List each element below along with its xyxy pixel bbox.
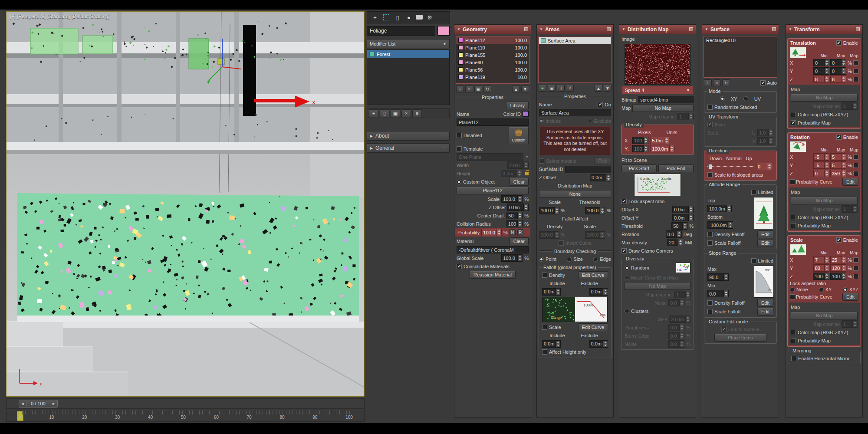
template-checkbox[interactable] <box>457 146 462 151</box>
exclude-radio[interactable] <box>588 118 592 123</box>
scale-color-map-checkbox[interactable] <box>791 330 796 335</box>
item-color-swatch[interactable] <box>458 45 463 50</box>
lock-none-radio[interactable] <box>790 287 795 292</box>
area-on-checkbox[interactable] <box>598 102 603 107</box>
boundary-size-radio[interactable] <box>567 257 572 262</box>
clusters-radio[interactable] <box>625 309 629 313</box>
rotation-probability-map-checkbox[interactable] <box>791 223 796 228</box>
altitude-scale-falloff-checkbox[interactable] <box>707 240 713 246</box>
geometry-item-row[interactable]: Plane60100.0 <box>456 59 529 66</box>
disabled-checkbox[interactable] <box>457 133 462 138</box>
move-up-icon[interactable] <box>595 85 602 92</box>
scale-x-min-spinner[interactable]: 7 <box>813 256 829 263</box>
delete-item-icon[interactable] <box>465 85 473 92</box>
map-button[interactable]: No Map <box>632 104 694 112</box>
panel-menu-icon[interactable] <box>856 27 860 31</box>
noise-spinner[interactable]: 0.0 <box>668 299 684 306</box>
fit-sloped-checkbox[interactable] <box>707 172 713 178</box>
surface-panel-header[interactable]: Surface <box>702 25 779 34</box>
distribution-map-panel-header[interactable]: Distribution Map <box>619 25 696 34</box>
lock-xyz-radio[interactable] <box>843 287 848 292</box>
modifier-stack-item-forest[interactable]: Forest <box>367 50 449 58</box>
remove-modifier-icon[interactable] <box>401 109 411 117</box>
center-displ-spinner[interactable]: 50 <box>506 212 523 219</box>
scale-y-min-spinner[interactable]: 80 <box>813 264 829 272</box>
consolidate-materials-checkbox[interactable] <box>457 264 462 269</box>
link-to-surface-checkbox[interactable] <box>721 327 727 332</box>
rotation-y-min-spinner[interactable]: -5 <box>813 161 829 169</box>
select-models-checkbox[interactable] <box>539 158 544 164</box>
boundary-edge-radio[interactable] <box>593 257 598 262</box>
scale-y-max-spinner[interactable]: 120 <box>830 264 846 272</box>
custom-geometry-button[interactable]: Custom <box>509 127 529 144</box>
reassign-material-button[interactable]: Reassign Material <box>470 271 516 279</box>
fg-density-edit-curve-button[interactable]: Edit Curve <box>578 271 608 279</box>
pick-end-button[interactable]: Pick End <box>658 164 694 172</box>
surface-item-row[interactable]: Rectangle010 <box>704 36 777 44</box>
rotation-color-map-checkbox[interactable] <box>791 215 796 220</box>
pin-stack-icon[interactable] <box>369 109 378 117</box>
refresh-surface-icon[interactable] <box>722 79 730 86</box>
viewport-label[interactable]: [+] [Perspective] [Standard] [Default Sh… <box>10 14 110 19</box>
area-name-field[interactable]: Surface Area <box>539 109 611 116</box>
geometry-item-list[interactable]: Plane112100.0 Plane110100.0 Plane155100.… <box>456 36 529 84</box>
plane-mode-dropdown[interactable]: One Plane <box>457 153 523 161</box>
invert-curve-checkbox[interactable] <box>559 240 564 246</box>
scale-enable-checkbox[interactable] <box>836 237 842 243</box>
object-name-field[interactable]: Foliage <box>367 26 435 36</box>
move-down-icon[interactable] <box>521 85 529 92</box>
affect-height-checkbox[interactable] <box>542 349 547 355</box>
geometry-item-row[interactable]: Plane110100.0 <box>456 44 529 51</box>
move-up-icon[interactable] <box>512 85 520 92</box>
duplicate-item-icon[interactable] <box>474 85 482 92</box>
tools-icon[interactable] <box>425 13 434 22</box>
map-channel-spinner[interactable]: 1 <box>677 113 694 120</box>
translation-enable-checkbox[interactable] <box>836 40 842 46</box>
add-surface-icon[interactable] <box>704 79 712 86</box>
pick-button[interactable]: Pick <box>594 157 611 165</box>
blurry-edge-spinner[interactable]: 0.0 <box>668 332 684 339</box>
slope-scale-falloff-edit-button[interactable]: Edit <box>757 308 773 316</box>
viewport[interactable]: x x [+] [Perspective] [Standard] [Defaul… <box>6 11 365 397</box>
custom-object-radio[interactable] <box>457 180 461 184</box>
item-color-swatch[interactable] <box>458 60 463 65</box>
geometry-panel-header[interactable]: Geometry <box>454 25 531 34</box>
rotation-probability-curve-edit-button[interactable]: Edit <box>842 178 858 186</box>
translation-y-max-spinner[interactable]: 0 <box>830 67 846 75</box>
match-color-radio[interactable] <box>625 275 629 280</box>
material-field[interactable]: -Defaultdfdwer ( CoronaM <box>457 246 529 253</box>
render-icon[interactable] <box>404 13 413 22</box>
auto-checkbox[interactable] <box>760 80 766 85</box>
diversity-map-button[interactable]: No Map <box>625 282 690 290</box>
cluster-size-spinner[interactable]: 20.0m <box>669 316 690 323</box>
panel-menu-icon[interactable] <box>772 27 776 31</box>
mode-uv-radio[interactable] <box>743 96 748 101</box>
rotation-y-map-checkbox[interactable] <box>853 163 858 168</box>
noise2-spinner[interactable]: 0.0 <box>668 340 684 348</box>
offset-x-spinner[interactable]: 0.0m <box>672 206 694 213</box>
scale-probability-curve-checkbox[interactable] <box>790 294 795 299</box>
areas-panel-header[interactable]: Areas <box>537 25 613 34</box>
surface-item-list[interactable]: Rectangle010 <box>704 36 777 78</box>
top-spinner[interactable]: 100.0m <box>707 205 732 212</box>
collision-radius-spinner[interactable]: 100 <box>506 220 523 227</box>
color-id-swatch[interactable] <box>523 111 529 117</box>
paint-area-icon[interactable] <box>548 85 556 92</box>
geometry-item-row[interactable]: Plane11910.0 <box>456 73 529 81</box>
fg-scale-exclude-spinner[interactable]: 0.0m <box>589 340 608 348</box>
add-item-icon[interactable] <box>456 85 464 92</box>
u-spinner[interactable]: 1.0 <box>757 129 773 136</box>
item-color-swatch[interactable] <box>458 53 463 57</box>
diversity-map-channel-spinner[interactable]: 1 <box>674 291 690 298</box>
slope-density-falloff-checkbox[interactable] <box>707 300 713 306</box>
areas-item-list[interactable]: Surface Area <box>538 36 612 83</box>
rotation-x-max-spinner[interactable]: 5 <box>830 153 846 161</box>
probability-spinner[interactable]: 100.0 <box>481 229 502 236</box>
slope-max-spinner[interactable]: 90.0 <box>707 273 729 281</box>
scale-x-max-spinner[interactable]: 25 <box>830 256 846 263</box>
random-radio[interactable] <box>625 266 629 270</box>
y-units-spinner[interactable]: 100.0m <box>650 145 674 152</box>
offset-y-spinner[interactable]: 0.0m <box>672 214 694 221</box>
rotation-enable-checkbox[interactable] <box>836 135 842 140</box>
area-item-row[interactable]: Surface Area <box>539 37 611 44</box>
